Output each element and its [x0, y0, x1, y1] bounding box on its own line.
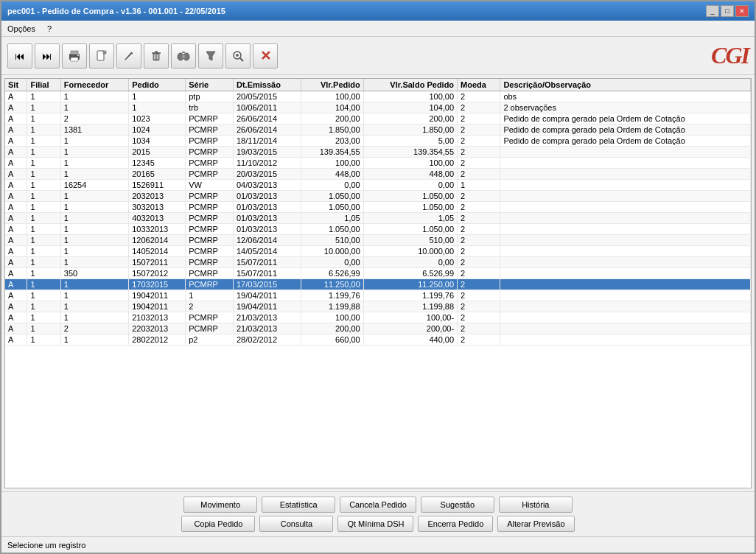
- cancela-pedido-button[interactable]: Cancela Pedido: [340, 497, 416, 513]
- svg-point-3: [77, 55, 79, 56]
- table-row[interactable]: A1112062014PCMRP12/06/2014510,00510,002: [5, 235, 751, 246]
- table-row[interactable]: A1222032013PCMRP21/03/2013200,00200,00-2: [5, 323, 751, 334]
- filter-button[interactable]: [198, 43, 223, 69]
- button-row-2: Copia PedidoConsultaQt Mínima DSHEncerra…: [181, 516, 574, 532]
- copia-pedido-button[interactable]: Copia Pedido: [181, 516, 255, 532]
- binoculars-button[interactable]: [171, 43, 196, 69]
- table-row[interactable]: A135015072012PCMRP15/07/20116.526,996.52…: [5, 268, 751, 279]
- table-row[interactable]: A1112345PCMRP11/10/2012100,00100,002: [5, 158, 751, 169]
- title-bar: pec001 - Pedido de Compra - v1.36 - 001.…: [1, 1, 755, 21]
- table-row[interactable]: A1121032013PCMRP21/03/2013100,00100,00-2: [5, 312, 751, 323]
- menu-bar: Opções ?: [1, 21, 755, 37]
- menu-help[interactable]: ?: [44, 24, 55, 34]
- svg-rect-5: [153, 53, 159, 60]
- cgi-logo: CGI: [711, 42, 749, 69]
- table-row[interactable]: A111ptp20/05/2015100,00100,002obs: [5, 91, 751, 102]
- svg-marker-14: [206, 52, 215, 60]
- maximize-button[interactable]: □: [721, 5, 734, 17]
- table-row[interactable]: A1119042011219/04/20111.199,881.199,882: [5, 301, 751, 312]
- window-title: pec001 - Pedido de Compra - v1.36 - 001.…: [7, 7, 225, 15]
- col-pedido: Pedido: [129, 79, 186, 91]
- table-row[interactable]: A113032013PCMRP01/03/20131.050,001.050,0…: [5, 202, 751, 213]
- svg-rect-4: [97, 51, 104, 60]
- col-vlr-saldo: Vlr.Saldo Pedido: [363, 79, 457, 91]
- main-window: pec001 - Pedido de Compra - v1.36 - 001.…: [0, 0, 756, 554]
- encerra-pedido-button[interactable]: Encerra Pedido: [418, 516, 493, 532]
- svg-rect-2: [71, 57, 78, 61]
- col-fornecedor: Fornecedor: [60, 79, 128, 91]
- window-controls: _ □ ✕: [706, 5, 749, 17]
- button-area: MovimentoEstatísticaCancela PedidoSugest…: [1, 491, 755, 536]
- table-row[interactable]: A121023PCMRP26/06/2014200,00200,002Pedid…: [5, 113, 751, 125]
- table-row[interactable]: A1115072011PCMRP15/07/20110,000,002: [5, 257, 751, 268]
- col-descricao: Descrição/Observação: [500, 79, 751, 91]
- delete-button[interactable]: [144, 43, 169, 69]
- table-row[interactable]: A1114052014PCMRP14/05/201410.000,0010.00…: [5, 246, 751, 257]
- table-row[interactable]: A112032013PCMRP01/03/20131.050,001.050,0…: [5, 191, 751, 202]
- table-container[interactable]: Sit Filial Fornecedor Pedido Série Dt.Em…: [5, 79, 751, 488]
- toolbar: ⏮ ⏭: [1, 37, 755, 75]
- table-row[interactable]: A114032013PCMRP01/03/20131,051,052: [5, 213, 751, 224]
- table-row[interactable]: A111034PCMRP18/11/2014203,005,002Pedido …: [5, 136, 751, 147]
- table-row[interactable]: A1117032015PCMRP17/03/201511.250,0011.25…: [5, 279, 751, 290]
- historia-button[interactable]: História: [499, 497, 573, 513]
- col-vlr-pedido: Vlr.Pedido: [301, 79, 363, 91]
- estatistica-button[interactable]: Estatística: [262, 497, 335, 513]
- table-row[interactable]: A112015PCMRP19/03/2015139.354,55139.354,…: [5, 147, 751, 158]
- menu-opcoes[interactable]: Opções: [4, 24, 38, 34]
- consulta-button[interactable]: Consulta: [259, 516, 333, 532]
- table-row[interactable]: A113811024PCMRP26/06/20141.850,001.850,0…: [5, 125, 751, 136]
- close-button[interactable]: ✕: [735, 5, 749, 17]
- col-filial: Filial: [27, 79, 60, 91]
- col-moeda: Moeda: [458, 79, 500, 91]
- zoom-button[interactable]: [225, 43, 251, 69]
- content-area: Sit Filial Fornecedor Pedido Série Dt.Em…: [4, 78, 752, 488]
- svg-line-16: [240, 58, 243, 61]
- table-row[interactable]: A1110332013PCMRP01/03/20131.050,001.050,…: [5, 224, 751, 235]
- qt-minima-button[interactable]: Qt Mínima DSH: [337, 516, 413, 532]
- table-row[interactable]: A111trb10/06/2011104,00104,0022 observaç…: [5, 102, 751, 113]
- table-row[interactable]: A1119042011119/04/20111.199,761.199,762: [5, 290, 751, 301]
- new-button[interactable]: [89, 43, 114, 69]
- col-sit: Sit: [5, 79, 27, 91]
- sugestao-button[interactable]: Sugestão: [421, 497, 494, 513]
- svg-rect-1: [71, 51, 78, 55]
- last-button[interactable]: ⏭: [35, 43, 60, 69]
- table-row[interactable]: A1120165PCMRP20/03/2015448,00448,002: [5, 169, 751, 180]
- exit-button[interactable]: ✕: [253, 43, 278, 69]
- svg-rect-12: [182, 55, 185, 58]
- data-table: Sit Filial Fornecedor Pedido Série Dt.Em…: [5, 79, 751, 346]
- col-serie: Série: [186, 79, 234, 91]
- col-dt-emissao: Dt.Emissão: [233, 79, 301, 91]
- button-row-1: MovimentoEstatísticaCancela PedidoSugest…: [183, 497, 573, 513]
- print-button[interactable]: [62, 43, 87, 69]
- table-row[interactable]: A1128022012p228/02/2012660,00440,002: [5, 334, 751, 346]
- status-bar: Selecione um registro: [1, 536, 755, 553]
- alterar-previsao-button[interactable]: Alterar Previsão: [497, 516, 574, 532]
- status-text: Selecione um registro: [7, 541, 85, 550]
- first-button[interactable]: ⏮: [7, 43, 32, 69]
- edit-button[interactable]: [116, 43, 141, 69]
- table-row[interactable]: A1162541526911VW04/03/20130,000,001: [5, 180, 751, 191]
- movimento-button[interactable]: Movimento: [183, 497, 257, 513]
- minimize-button[interactable]: _: [706, 5, 719, 17]
